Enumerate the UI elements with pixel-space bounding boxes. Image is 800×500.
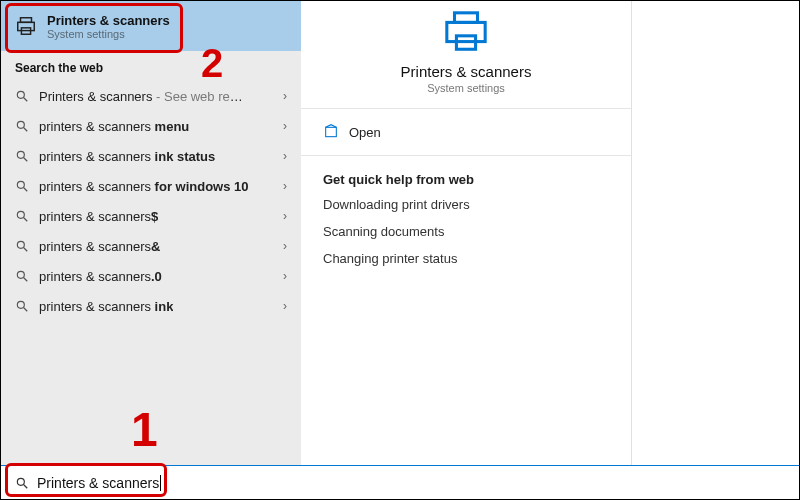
web-result-item[interactable]: printers & scanners for windows 10› bbox=[1, 171, 301, 201]
svg-rect-20 bbox=[447, 22, 485, 41]
quick-help-title: Get quick help from web bbox=[323, 172, 609, 187]
web-results-header: Search the web bbox=[1, 51, 301, 81]
chevron-right-icon: › bbox=[283, 269, 287, 283]
search-icon bbox=[15, 179, 29, 193]
svg-rect-1 bbox=[18, 22, 35, 30]
web-result-item[interactable]: printers & scanners&› bbox=[1, 231, 301, 261]
printer-icon bbox=[15, 15, 37, 37]
chevron-right-icon: › bbox=[283, 239, 287, 253]
search-icon bbox=[15, 269, 29, 283]
web-result-item[interactable]: printers & scanners.0› bbox=[1, 261, 301, 291]
svg-point-15 bbox=[17, 271, 24, 278]
search-icon bbox=[15, 299, 29, 313]
svg-point-5 bbox=[17, 121, 24, 128]
svg-rect-22 bbox=[326, 127, 337, 136]
web-result-text: Printers & scanners - See web results bbox=[39, 89, 249, 104]
open-action[interactable]: Open bbox=[301, 109, 631, 155]
web-result-item[interactable]: Printers & scanners - See web results› bbox=[1, 81, 301, 111]
search-icon bbox=[15, 209, 29, 223]
web-result-item[interactable]: printers & scanners$› bbox=[1, 201, 301, 231]
web-result-text: printers & scanners for windows 10 bbox=[39, 179, 249, 194]
chevron-right-icon: › bbox=[283, 299, 287, 313]
svg-line-12 bbox=[24, 218, 28, 222]
detail-subtitle: System settings bbox=[301, 82, 631, 94]
search-query-text: Printers & scanners bbox=[37, 475, 159, 491]
search-icon bbox=[15, 239, 29, 253]
search-icon bbox=[15, 149, 29, 163]
web-result-text: printers & scanners menu bbox=[39, 119, 189, 134]
printer-icon bbox=[441, 9, 491, 55]
svg-point-17 bbox=[17, 301, 24, 308]
start-search-window: Printers & scanners System settings Sear… bbox=[0, 0, 800, 500]
quick-help-link[interactable]: Scanning documents bbox=[323, 224, 609, 239]
best-match-subtitle: System settings bbox=[47, 28, 170, 40]
open-icon bbox=[323, 124, 339, 140]
search-icon bbox=[15, 476, 29, 490]
web-result-text: printers & scanners ink bbox=[39, 299, 173, 314]
chevron-right-icon: › bbox=[283, 179, 287, 193]
best-match-result[interactable]: Printers & scanners System settings bbox=[1, 1, 301, 51]
detail-header: Printers & scanners System settings bbox=[301, 1, 631, 94]
svg-line-14 bbox=[24, 248, 28, 252]
search-results-pane: Printers & scanners System settings Sear… bbox=[1, 1, 301, 499]
web-result-item[interactable]: printers & scanners ink› bbox=[1, 291, 301, 321]
svg-point-11 bbox=[17, 211, 24, 218]
quick-help-link[interactable]: Downloading print drivers bbox=[323, 197, 609, 212]
detail-pane: Printers & scanners System settings Open… bbox=[301, 1, 632, 499]
svg-line-8 bbox=[24, 158, 28, 162]
svg-point-9 bbox=[17, 181, 24, 188]
svg-line-18 bbox=[24, 308, 28, 312]
best-match-text: Printers & scanners System settings bbox=[47, 13, 170, 40]
svg-line-6 bbox=[24, 128, 28, 132]
svg-point-13 bbox=[17, 241, 24, 248]
web-result-text: printers & scanners.0 bbox=[39, 269, 162, 284]
svg-point-23 bbox=[17, 478, 24, 485]
svg-line-10 bbox=[24, 188, 28, 192]
web-result-text: printers & scanners& bbox=[39, 239, 160, 254]
search-icon bbox=[15, 89, 29, 103]
chevron-right-icon: › bbox=[283, 149, 287, 163]
svg-point-7 bbox=[17, 151, 24, 158]
web-results-list: Printers & scanners - See web results›pr… bbox=[1, 81, 301, 321]
search-icon bbox=[15, 119, 29, 133]
svg-line-4 bbox=[24, 98, 28, 102]
detail-title: Printers & scanners bbox=[301, 63, 631, 80]
chevron-right-icon: › bbox=[283, 209, 287, 223]
web-result-item[interactable]: printers & scanners ink status› bbox=[1, 141, 301, 171]
svg-line-16 bbox=[24, 278, 28, 282]
chevron-right-icon: › bbox=[283, 89, 287, 103]
open-label: Open bbox=[349, 125, 381, 140]
svg-point-3 bbox=[17, 91, 24, 98]
text-cursor bbox=[160, 475, 161, 491]
web-result-item[interactable]: printers & scanners menu› bbox=[1, 111, 301, 141]
search-input[interactable]: Printers & scanners bbox=[1, 465, 800, 499]
quick-help-link[interactable]: Changing printer status bbox=[323, 251, 609, 266]
web-result-text: printers & scanners$ bbox=[39, 209, 158, 224]
web-result-text: printers & scanners ink status bbox=[39, 149, 215, 164]
svg-line-24 bbox=[24, 484, 28, 488]
best-match-title: Printers & scanners bbox=[47, 13, 170, 28]
chevron-right-icon: › bbox=[283, 119, 287, 133]
quick-help-section: Get quick help from web Downloading prin… bbox=[301, 156, 631, 266]
